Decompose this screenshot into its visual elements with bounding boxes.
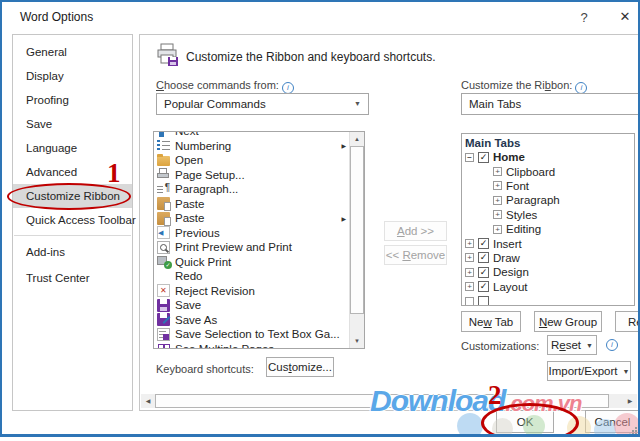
customize-ribbon-icon xyxy=(155,42,181,72)
list-item[interactable]: Page Setup... xyxy=(154,168,348,183)
add-button[interactable]: Add >> xyxy=(384,221,447,241)
list-item[interactable]: Redo xyxy=(154,269,348,284)
keyboard-customize-button[interactable]: Customize... xyxy=(266,357,334,377)
sidebar-item-proofing[interactable]: Proofing xyxy=(13,88,132,112)
expand-icon[interactable]: + xyxy=(465,239,474,248)
see-multiple-pages-icon xyxy=(157,342,170,349)
checkbox-checked-icon[interactable]: ✓ xyxy=(478,238,489,249)
scroll-right-icon[interactable]: ▶ xyxy=(623,394,637,408)
checkbox-checked-icon[interactable]: ✓ xyxy=(478,281,489,292)
previous-icon xyxy=(157,226,170,239)
customize-ribbon-value: Main Tabs xyxy=(469,98,521,110)
submenu-arrow-icon: ▶ xyxy=(341,215,348,222)
expand-icon[interactable]: + xyxy=(493,210,502,219)
sidebar-item-general[interactable]: General xyxy=(13,40,132,64)
checkbox-icon[interactable] xyxy=(478,296,489,306)
step1-number-annotation: 1 xyxy=(107,158,121,189)
sidebar-item-save[interactable]: Save xyxy=(13,112,132,136)
tree-node-paragraph[interactable]: +Paragraph xyxy=(465,193,634,207)
expand-icon[interactable]: + xyxy=(493,181,502,190)
reject-revision-icon xyxy=(157,284,170,297)
help-icon[interactable]: ? xyxy=(572,8,596,27)
close-icon[interactable]: ✕ xyxy=(612,7,638,27)
scrollbar-thumb[interactable] xyxy=(155,394,609,408)
choose-commands-dropdown[interactable]: Popular Commands ▼ xyxy=(156,93,369,115)
reset-button[interactable]: Reset▼ xyxy=(547,335,597,355)
collapse-icon[interactable]: − xyxy=(465,153,474,162)
paste-icon xyxy=(157,212,170,225)
list-item[interactable]: Reject Revision xyxy=(154,284,348,299)
checkbox-checked-icon[interactable]: ✓ xyxy=(478,267,489,278)
list-item[interactable]: Numbering▶ xyxy=(154,139,348,154)
list-item[interactable]: Save xyxy=(154,298,348,313)
rename-button[interactable]: Re xyxy=(615,311,640,332)
tree-node-editing[interactable]: +Editing xyxy=(465,222,634,236)
commands-list: Next Numbering▶ Open Page Setup... Parag… xyxy=(153,131,365,349)
new-tab-button[interactable]: New Tab xyxy=(461,311,521,332)
list-item[interactable]: Previous xyxy=(154,226,348,241)
title-bar: Word Options ? ✕ xyxy=(2,2,638,32)
list-item[interactable]: Save Selection to Text Box Ga... xyxy=(154,327,348,342)
numbering-icon xyxy=(157,139,170,152)
expand-icon[interactable]: + xyxy=(493,225,502,234)
tree-node-clipboard[interactable]: +Clipboard xyxy=(465,164,634,178)
save-selection-icon xyxy=(157,328,170,341)
remove-button[interactable]: << Remove xyxy=(384,245,447,265)
chevron-down-icon: ▼ xyxy=(586,342,593,349)
dialog-title: Word Options xyxy=(20,10,93,24)
page-setup-icon xyxy=(157,168,170,181)
customize-ribbon-dropdown[interactable]: Main Tabs xyxy=(461,93,640,115)
tree-node-styles[interactable]: +Styles xyxy=(465,208,634,222)
list-item[interactable]: Paste▶ xyxy=(154,211,348,226)
sidebar-item-add-ins[interactable]: Add-ins xyxy=(13,239,132,265)
tree-node-layout[interactable]: +✓Layout xyxy=(465,280,634,294)
paste-icon xyxy=(157,197,170,210)
sidebar-item-quick-access-toolbar[interactable]: Quick Access Toolbar xyxy=(13,208,132,232)
sidebar-item-display[interactable]: Display xyxy=(13,64,132,88)
expand-icon[interactable]: + xyxy=(465,268,474,277)
list-item[interactable]: Next xyxy=(154,131,348,139)
sidebar-separator xyxy=(14,235,131,236)
resize-grip[interactable] xyxy=(628,426,638,436)
scroll-left-icon[interactable]: ◀ xyxy=(141,394,155,408)
scroll-down-icon[interactable]: ▼ xyxy=(350,334,364,348)
list-item[interactable]: Print Preview and Print xyxy=(154,240,348,255)
word-options-dialog: Word Options ? ✕ General Display Proofin… xyxy=(0,0,640,437)
step2-number-annotation: 2 xyxy=(488,380,502,411)
redo-icon xyxy=(157,270,170,283)
customizations-label: Customizations: xyxy=(461,340,539,352)
list-item[interactable]: Open xyxy=(154,153,348,168)
tree-node-home[interactable]: − ✓ Home xyxy=(465,150,634,164)
save-as-icon xyxy=(157,313,170,326)
scrollbar-thumb[interactable] xyxy=(350,146,364,314)
tree-node-design[interactable]: +✓Design xyxy=(465,265,634,279)
list-item[interactable]: See Multiple Pages xyxy=(154,342,348,350)
list-item[interactable]: Quick Print xyxy=(154,255,348,270)
expand-icon[interactable]: + xyxy=(465,253,474,262)
expand-icon[interactable]: + xyxy=(493,196,502,205)
expand-icon[interactable]: + xyxy=(493,167,502,176)
tree-node-partial[interactable] xyxy=(465,294,634,306)
panel-horizontal-scrollbar[interactable]: ◀ ▶ xyxy=(141,394,637,408)
list-item[interactable]: Save As xyxy=(154,313,348,328)
submenu-arrow-icon: ▶ xyxy=(341,142,348,149)
panel-heading: Customize the Ribbon and keyboard shortc… xyxy=(186,50,435,64)
list-item[interactable]: Paste xyxy=(154,197,348,212)
list-item[interactable]: Paragraph... xyxy=(154,182,348,197)
checkbox-checked-icon[interactable]: ✓ xyxy=(478,152,489,163)
sidebar-item-trust-center[interactable]: Trust Center xyxy=(13,265,132,291)
checkbox-checked-icon[interactable]: ✓ xyxy=(478,252,489,263)
new-group-button[interactable]: New Group xyxy=(534,311,602,332)
customize-ribbon-panel: Customize the Ribbon and keyboard shortc… xyxy=(139,34,640,411)
open-folder-icon xyxy=(157,156,170,166)
ok-button[interactable]: OK xyxy=(496,410,554,433)
scroll-up-icon[interactable]: ▲ xyxy=(350,132,364,146)
import-export-button[interactable]: Import/Export▼ xyxy=(547,361,631,381)
tree-node-insert[interactable]: +✓Insert xyxy=(465,236,634,250)
expand-icon[interactable]: + xyxy=(465,282,474,291)
sidebar-item-language[interactable]: Language xyxy=(13,136,132,160)
commands-scrollbar[interactable]: ▲ ▼ xyxy=(349,132,364,348)
tree-node-draw[interactable]: +✓Draw xyxy=(465,251,634,265)
expand-icon[interactable] xyxy=(465,297,474,306)
tree-node-font[interactable]: +Font xyxy=(465,179,634,193)
